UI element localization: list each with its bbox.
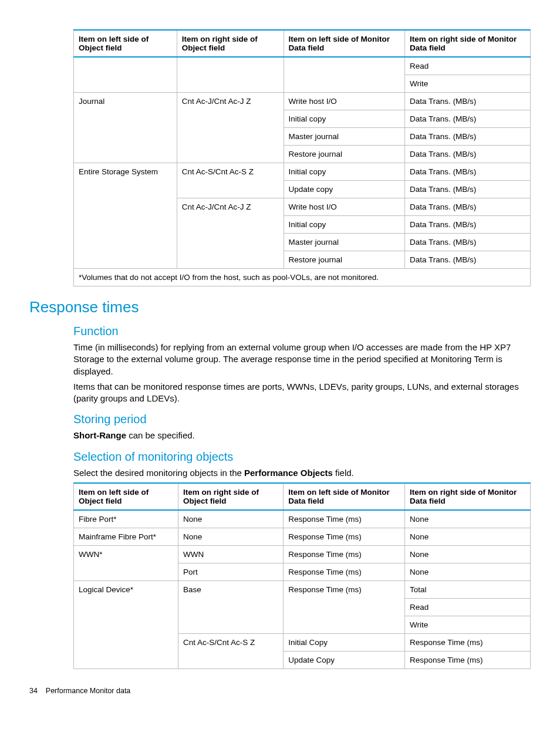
section-heading-response-times: Response times — [29, 298, 531, 316]
col-header: Item on right side of Object field — [177, 30, 284, 57]
text: field. — [333, 468, 354, 478]
table-row: Mainframe Fibre Port* None Response Time… — [74, 528, 531, 545]
paragraph: Short-Range can be specified. — [73, 430, 531, 441]
col-header: Item on left side of Object field — [74, 30, 177, 57]
subsection-heading-storing-period: Storing period — [73, 413, 531, 426]
table-row: WWN* WWN Response Time (ms) None — [74, 545, 531, 563]
col-header: Item on left side of Monitor Data field — [284, 30, 405, 57]
table-row: Journal Cnt Ac-J/Cnt Ac-J Z Write host I… — [74, 93, 531, 110]
table-row: Fibre Port* None Response Time (ms) None — [74, 510, 531, 528]
paragraph: Select the desired monitoring objects in… — [73, 467, 531, 479]
table-row: Read — [74, 57, 531, 75]
paragraph: Items that can be monitored response tim… — [73, 381, 531, 405]
table-row: Entire Storage System Cnt Ac-S/Cnt Ac-S … — [74, 163, 531, 181]
footer-title: Performance Monitor data — [46, 687, 131, 695]
col-header: Item on right side of Monitor Data field — [405, 483, 531, 510]
bold-text: Short-Range — [73, 430, 126, 440]
table-footnote: *Volumes that do not accept I/O from the… — [74, 269, 531, 286]
table-continuation: Item on left side of Object field Item o… — [73, 29, 531, 286]
col-header: Item on left side of Monitor Data field — [284, 483, 405, 510]
text: can be specified. — [126, 430, 195, 440]
page-footer: 34 Performance Monitor data — [29, 687, 531, 695]
page-number: 34 — [29, 687, 38, 695]
table-row: Logical Device* Base Response Time (ms) … — [74, 580, 531, 598]
subsection-heading-selection: Selection of monitoring objects — [73, 450, 531, 464]
col-header: Item on right side of Object field — [178, 483, 283, 510]
text: Select the desired monitoring objects in… — [73, 468, 244, 478]
paragraph: Time (in milliseconds) for replying from… — [73, 342, 531, 377]
bold-text: Performance Objects — [244, 468, 333, 478]
subsection-heading-function: Function — [73, 325, 531, 338]
table-response-times: Item on left side of Object field Item o… — [73, 482, 531, 669]
col-header: Item on right side of Monitor Data field — [405, 30, 531, 57]
col-header: Item on left side of Object field — [74, 483, 178, 510]
